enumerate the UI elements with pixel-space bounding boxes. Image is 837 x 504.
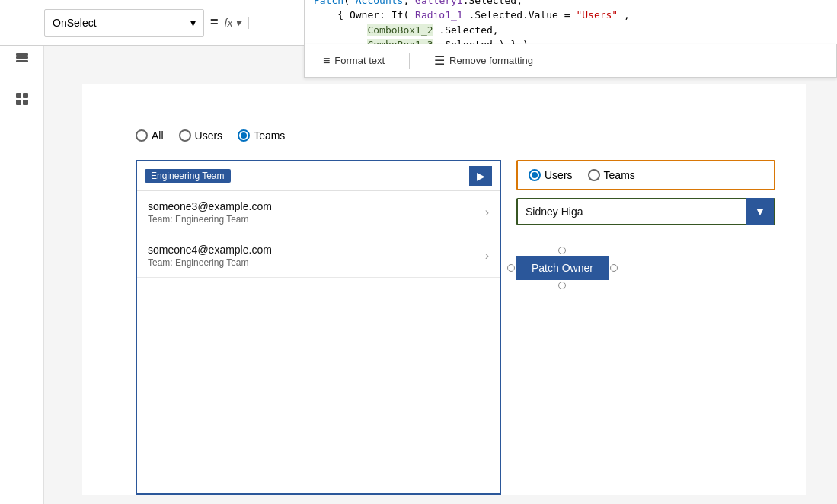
- format-text-menu-item[interactable]: ≡ Format text: [317, 51, 391, 71]
- sidebar-icon-components[interactable]: [10, 87, 34, 111]
- format-text-label: Format text: [334, 55, 385, 66]
- gallery-item-email-0: someone3@example.com: [148, 200, 272, 212]
- right-radio-label-users: Users: [545, 169, 573, 181]
- handle-right: [610, 264, 618, 272]
- gallery-item-0[interactable]: someone3@example.com Team: Engineering T…: [137, 191, 500, 234]
- gallery-item-1[interactable]: someone4@example.com Team: Engineering T…: [137, 234, 500, 278]
- svg-rect-7: [23, 93, 28, 98]
- right-radio-circle-teams: [588, 169, 600, 181]
- formula-line-3: ComboBox1_2 .Selected,: [314, 23, 828, 38]
- fx-label: fx ▾: [225, 17, 250, 29]
- gallery-header-arrow[interactable]: ▶: [469, 166, 492, 186]
- handle-left: [507, 264, 515, 272]
- svg-rect-5: [16, 53, 28, 56]
- formula-selector[interactable]: OnSelect ▾: [44, 9, 204, 37]
- right-panel: Users Teams Sidney Higa ▼: [516, 160, 775, 280]
- gallery-item-chevron-0: ›: [485, 206, 489, 219]
- svg-rect-8: [16, 100, 21, 105]
- fx-chevron: ▾: [235, 17, 241, 29]
- radio-label-users: Users: [195, 129, 223, 142]
- right-radio-circle-users: [529, 169, 541, 181]
- canvas-area: All Users Teams Engineering Team ▶ someo…: [44, 46, 837, 504]
- gallery-panel: Engineering Team ▶ someone3@example.com …: [136, 160, 501, 495]
- remove-formatting-menu-item[interactable]: ☰ Remove formatting: [428, 50, 539, 71]
- owner-dropdown-btn[interactable]: ▼: [746, 198, 774, 225]
- users-teams-radio-group: Users Teams: [516, 160, 775, 190]
- patch-owner-container: Patch Owner: [516, 256, 609, 280]
- format-text-icon: ≡: [323, 54, 330, 68]
- formula-line-2: { Owner: If( Radio1_1 .Selected.Value = …: [314, 8, 828, 23]
- owner-dropdown-chevron: ▼: [755, 206, 765, 218]
- format-menu: ≡ Format text ☰ Remove formatting: [304, 44, 837, 78]
- gallery-item-email-1: someone4@example.com: [148, 244, 272, 256]
- radio-circle-users: [179, 129, 191, 142]
- radio-group-top: All Users Teams: [136, 129, 285, 142]
- radio-circle-teams: [238, 129, 250, 142]
- remove-formatting-icon: ☰: [434, 53, 445, 68]
- sidebar: [0, 0, 44, 504]
- owner-dropdown-value: Sidney Higa: [518, 206, 746, 218]
- equals-sign: =: [210, 14, 219, 30]
- owner-dropdown[interactable]: Sidney Higa ▼: [516, 198, 775, 225]
- right-radio-label-teams: Teams: [604, 169, 635, 181]
- svg-rect-3: [16, 56, 28, 59]
- radio-option-users[interactable]: Users: [179, 129, 223, 142]
- right-radio-teams[interactable]: Teams: [588, 169, 635, 181]
- sidebar-icon-layers[interactable]: [10, 47, 34, 72]
- radio-option-all[interactable]: All: [136, 129, 164, 142]
- svg-rect-6: [16, 93, 21, 98]
- handle-bottom: [558, 282, 566, 289]
- gallery-item-info-0: someone3@example.com Team: Engineering T…: [148, 200, 272, 225]
- radio-option-teams[interactable]: Teams: [238, 129, 285, 142]
- gallery-item-info-1: someone4@example.com Team: Engineering T…: [148, 244, 272, 268]
- fx-x: x: [227, 17, 232, 29]
- svg-rect-9: [23, 100, 28, 105]
- handle-top: [558, 247, 566, 254]
- patch-owner-button[interactable]: Patch Owner: [516, 256, 609, 280]
- radio-label-teams: Teams: [254, 129, 285, 142]
- menu-divider: [409, 53, 410, 69]
- remove-formatting-label: Remove formatting: [449, 55, 533, 66]
- gallery-tag: Engineering Team: [145, 169, 231, 183]
- gallery-item-team-0: Team: Engineering Team: [148, 214, 272, 225]
- formula-code-area: Patch( Accounts, Gallery1.Selected, { Ow…: [304, 0, 837, 46]
- app-preview: All Users Teams Engineering Team ▶ someo…: [82, 84, 806, 495]
- gallery-header: Engineering Team ▶: [137, 161, 500, 191]
- formula-selector-label: OnSelect: [53, 17, 97, 29]
- svg-rect-4: [16, 60, 28, 62]
- chevron-down-icon: ▾: [190, 17, 196, 29]
- right-radio-users[interactable]: Users: [529, 169, 573, 181]
- radio-circle-all: [136, 129, 148, 142]
- gallery-item-team-1: Team: Engineering Team: [148, 257, 272, 268]
- radio-label-all: All: [152, 129, 164, 142]
- formula-line-1: Patch( Accounts, Gallery1.Selected,: [314, 0, 828, 8]
- gallery-item-chevron-1: ›: [485, 249, 489, 263]
